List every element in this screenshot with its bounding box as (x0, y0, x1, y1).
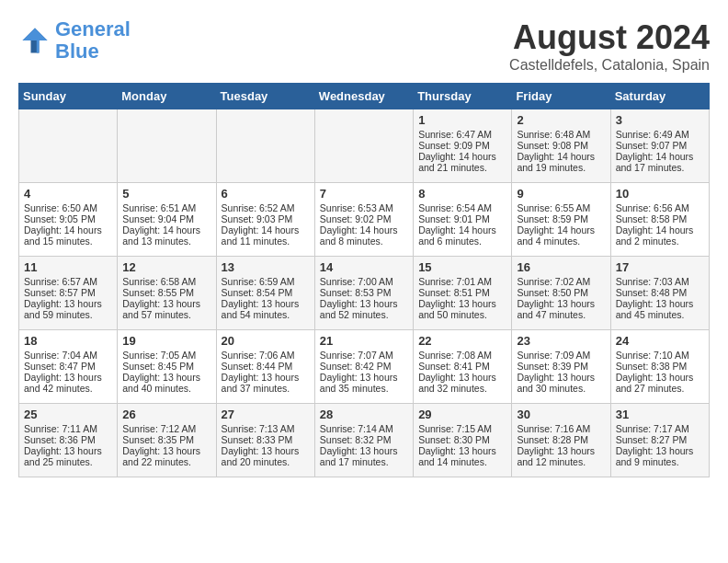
day-info: Sunset: 8:41 PM (418, 361, 506, 372)
calendar-cell: 19Sunrise: 7:05 AMSunset: 8:45 PMDayligh… (118, 330, 216, 404)
day-number: 8 (418, 187, 506, 201)
day-info: Daylight: 14 hours and 17 minutes. (616, 151, 704, 173)
day-info: Daylight: 13 hours and 30 minutes. (517, 372, 605, 394)
calendar-cell: 26Sunrise: 7:12 AMSunset: 8:35 PMDayligh… (118, 404, 216, 477)
day-number: 27 (222, 408, 310, 421)
logo-icon (18, 24, 51, 57)
day-info: Sunset: 8:27 PM (616, 434, 704, 445)
day-number: 30 (517, 408, 605, 421)
day-info: Sunrise: 7:03 AM (616, 276, 704, 287)
day-info: Sunrise: 7:01 AM (418, 276, 506, 287)
calendar-cell: 3Sunrise: 6:49 AMSunset: 9:07 PMDaylight… (610, 109, 709, 183)
day-info: Sunset: 8:54 PM (222, 287, 310, 298)
day-info: Daylight: 14 hours and 6 minutes. (418, 224, 506, 247)
day-number: 15 (418, 260, 506, 274)
day-number: 6 (222, 187, 310, 201)
logo-line2: Blue (55, 40, 99, 63)
day-info: Sunset: 8:39 PM (517, 361, 605, 372)
day-number: 7 (320, 187, 408, 201)
day-number: 20 (222, 334, 310, 348)
day-info: Daylight: 13 hours and 57 minutes. (122, 298, 210, 320)
location: Castelldefels, Catalonia, Spain (509, 57, 710, 74)
day-number: 2 (517, 113, 605, 127)
day-info: Sunrise: 7:12 AM (122, 423, 210, 434)
day-number: 5 (122, 187, 210, 201)
calendar-cell: 7Sunrise: 6:53 AMSunset: 9:02 PMDaylight… (314, 183, 413, 257)
calendar-cell (216, 109, 314, 183)
day-info: Sunset: 9:09 PM (418, 140, 506, 151)
day-info: Daylight: 13 hours and 14 minutes. (418, 445, 506, 467)
day-info: Sunset: 8:51 PM (418, 287, 506, 298)
day-info: Sunrise: 6:47 AM (418, 129, 506, 140)
day-info: Sunset: 9:02 PM (320, 213, 408, 224)
day-number: 11 (24, 260, 112, 274)
day-info: Sunrise: 7:06 AM (222, 350, 310, 361)
day-info: Daylight: 13 hours and 54 minutes. (222, 298, 310, 320)
day-info: Sunrise: 6:53 AM (320, 202, 408, 213)
day-info: Sunrise: 7:00 AM (320, 276, 408, 287)
weekday-header-row: SundayMondayTuesdayWednesdayThursdayFrid… (19, 84, 710, 109)
day-info: Sunset: 8:53 PM (320, 287, 408, 298)
day-info: Sunrise: 7:09 AM (517, 350, 605, 361)
weekday-header-saturday: Saturday (610, 84, 709, 109)
day-number: 23 (517, 334, 605, 348)
day-info: Daylight: 13 hours and 40 minutes. (122, 372, 210, 394)
day-info: Daylight: 13 hours and 47 minutes. (517, 298, 605, 320)
day-info: Sunrise: 7:17 AM (616, 423, 704, 434)
logo-text: General Blue (55, 18, 131, 63)
day-info: Sunrise: 6:50 AM (24, 202, 112, 213)
day-info: Daylight: 14 hours and 13 minutes. (122, 224, 210, 247)
week-row-1: 1Sunrise: 6:47 AMSunset: 9:09 PMDaylight… (19, 109, 710, 183)
calendar-cell: 21Sunrise: 7:07 AMSunset: 8:42 PMDayligh… (314, 330, 413, 404)
calendar-cell: 12Sunrise: 6:58 AMSunset: 8:55 PMDayligh… (118, 257, 216, 330)
day-number: 24 (616, 334, 704, 348)
calendar-cell: 22Sunrise: 7:08 AMSunset: 8:41 PMDayligh… (414, 330, 512, 404)
day-info: Sunrise: 6:48 AM (517, 129, 605, 140)
day-info: Sunset: 8:48 PM (616, 287, 704, 298)
calendar-cell: 18Sunrise: 7:04 AMSunset: 8:47 PMDayligh… (19, 330, 118, 404)
day-info: Sunset: 8:59 PM (517, 213, 605, 224)
calendar-cell (19, 109, 118, 183)
day-info: Sunset: 9:01 PM (418, 213, 506, 224)
weekday-header-wednesday: Wednesday (314, 84, 413, 109)
day-info: Sunrise: 6:55 AM (517, 202, 605, 213)
day-info: Daylight: 13 hours and 52 minutes. (320, 298, 408, 320)
day-number: 16 (517, 260, 605, 274)
calendar-cell: 9Sunrise: 6:55 AMSunset: 8:59 PMDaylight… (512, 183, 610, 257)
month-title: August 2024 (509, 18, 710, 57)
day-info: Daylight: 13 hours and 20 minutes. (222, 445, 310, 467)
day-info: Daylight: 14 hours and 19 minutes. (517, 151, 605, 173)
day-number: 13 (222, 260, 310, 274)
day-info: Sunset: 8:57 PM (24, 287, 112, 298)
day-info: Sunrise: 6:56 AM (616, 202, 704, 213)
day-info: Sunrise: 6:49 AM (616, 129, 704, 140)
title-block: August 2024 Castelldefels, Catalonia, Sp… (509, 18, 710, 74)
week-row-2: 4Sunrise: 6:50 AMSunset: 9:05 PMDaylight… (19, 183, 710, 257)
calendar-cell: 17Sunrise: 7:03 AMSunset: 8:48 PMDayligh… (610, 257, 709, 330)
weekday-header-friday: Friday (512, 84, 610, 109)
day-info: Sunrise: 7:02 AM (517, 276, 605, 287)
day-info: Daylight: 13 hours and 9 minutes. (616, 445, 704, 467)
day-info: Sunset: 8:30 PM (418, 434, 506, 445)
day-info: Sunrise: 7:05 AM (122, 350, 210, 361)
day-info: Sunrise: 6:51 AM (122, 202, 210, 213)
day-number: 22 (418, 334, 506, 348)
day-info: Daylight: 14 hours and 11 minutes. (222, 224, 310, 247)
day-info: Daylight: 14 hours and 15 minutes. (24, 224, 112, 247)
calendar-cell: 25Sunrise: 7:11 AMSunset: 8:36 PMDayligh… (19, 404, 118, 477)
calendar-cell: 27Sunrise: 7:13 AMSunset: 8:33 PMDayligh… (216, 404, 314, 477)
day-info: Sunset: 8:42 PM (320, 361, 408, 372)
day-info: Daylight: 13 hours and 27 minutes. (616, 372, 704, 394)
calendar-cell: 14Sunrise: 7:00 AMSunset: 8:53 PMDayligh… (314, 257, 413, 330)
day-number: 4 (24, 187, 112, 201)
day-number: 3 (616, 113, 704, 127)
day-info: Sunrise: 6:54 AM (418, 202, 506, 213)
calendar-cell: 30Sunrise: 7:16 AMSunset: 8:28 PMDayligh… (512, 404, 610, 477)
calendar-cell: 29Sunrise: 7:15 AMSunset: 8:30 PMDayligh… (414, 404, 512, 477)
page-header: General Blue August 2024 Castelldefels, … (18, 18, 710, 74)
calendar-cell: 13Sunrise: 6:59 AMSunset: 8:54 PMDayligh… (216, 257, 314, 330)
day-info: Sunset: 8:36 PM (24, 434, 112, 445)
calendar-cell: 28Sunrise: 7:14 AMSunset: 8:32 PMDayligh… (314, 404, 413, 477)
day-info: Daylight: 13 hours and 59 minutes. (24, 298, 112, 320)
day-number: 31 (616, 408, 704, 421)
